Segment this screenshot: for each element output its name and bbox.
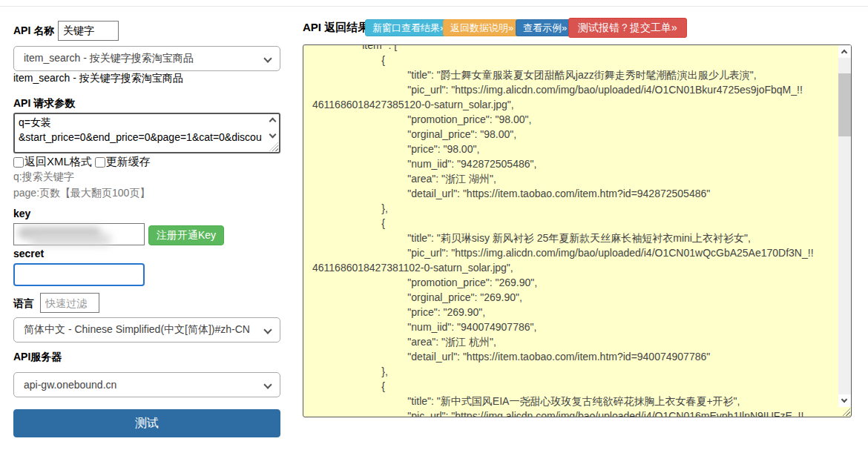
xml-format-checkbox[interactable] xyxy=(13,157,24,168)
scroll-down-icon[interactable] xyxy=(269,131,277,139)
api-select[interactable]: item_search - 按关键字搜索淘宝商品 xyxy=(13,46,280,71)
refresh-cache-label: 更新缓存 xyxy=(106,155,151,169)
key-label: key xyxy=(13,208,30,219)
scroll-down-button[interactable] xyxy=(838,394,851,407)
register-key-label: 注册开通Key xyxy=(157,229,216,242)
result-textarea[interactable]: "item" : [ { "title": "爵士舞女童服装夏女团甜酷风jazz… xyxy=(303,44,852,417)
register-key-button[interactable]: 注册开通Key xyxy=(148,225,224,245)
view-example-button[interactable]: 查看示例» xyxy=(516,19,574,36)
data-docs-button[interactable]: 返回数据说明» xyxy=(443,19,521,36)
result-title: API 返回结果 xyxy=(303,21,369,35)
xml-format-label: 返回XML格式 xyxy=(24,155,92,169)
scrollbar-thumb[interactable] xyxy=(838,73,851,136)
open-in-new-window-button[interactable]: 新窗口查看结果» xyxy=(365,19,453,36)
chevron-down-icon xyxy=(263,54,272,62)
chevron-down-icon xyxy=(263,380,272,388)
hint-page: page:页数【最大翻页100页】 xyxy=(13,187,150,200)
refresh-cache-checkbox[interactable] xyxy=(95,157,105,168)
params-value: q=女装 &start_price=0&end_price=0&page=1&c… xyxy=(19,115,263,153)
hint-q: q:搜索关键字 xyxy=(13,171,74,184)
api-name-label: API 名称 xyxy=(13,24,54,38)
api-server-select[interactable]: api-gw.onebound.cn xyxy=(13,372,280,397)
resize-grip-icon[interactable] xyxy=(269,142,278,151)
options-row: 返回XML格式 更新缓存 xyxy=(13,155,154,169)
test-button-label: 测试 xyxy=(135,416,159,431)
scroll-up-icon[interactable] xyxy=(269,118,277,125)
scroll-down-icon xyxy=(841,397,847,403)
top-divider xyxy=(0,6,868,7)
result-json-text: "item" : [ { "title": "爵士舞女童服装夏女团甜酷风jazz… xyxy=(312,44,832,417)
language-filter-input[interactable] xyxy=(40,293,99,313)
key-blur-overlay xyxy=(30,234,111,245)
language-select-value: 简体中文 - Chinese Simplified(中文[简体])#zh-CN xyxy=(24,323,250,337)
params-label: API 请求参数 xyxy=(13,97,75,110)
api-server-select-value: api-gw.onebound.cn xyxy=(24,379,116,391)
resize-grip-icon[interactable] xyxy=(841,406,850,416)
params-textarea[interactable]: q=女装 &start_price=0&end_price=0&page=1&c… xyxy=(13,113,280,153)
submit-ticket-button[interactable]: 测试报错？提交工单» xyxy=(568,18,687,38)
secret-input[interactable] xyxy=(13,263,145,286)
language-select[interactable]: 简体中文 - Chinese Simplified(中文[简体])#zh-CN xyxy=(13,317,280,343)
secret-label: secret xyxy=(13,248,44,259)
scroll-up-button[interactable] xyxy=(838,45,851,58)
chevron-down-icon xyxy=(263,325,272,334)
test-button[interactable]: 测试 xyxy=(13,409,280,437)
api-name-input[interactable] xyxy=(58,21,119,41)
result-scrollbar[interactable] xyxy=(838,45,851,407)
api-select-value: item_search - 按关键字搜索淘宝商品 xyxy=(24,52,194,65)
language-label: 语言 xyxy=(13,297,34,311)
api-select-caption: item_search - 按关键字搜索淘宝商品 xyxy=(13,72,183,85)
api-server-label: API服务器 xyxy=(13,351,62,364)
scroll-up-icon xyxy=(841,50,847,56)
